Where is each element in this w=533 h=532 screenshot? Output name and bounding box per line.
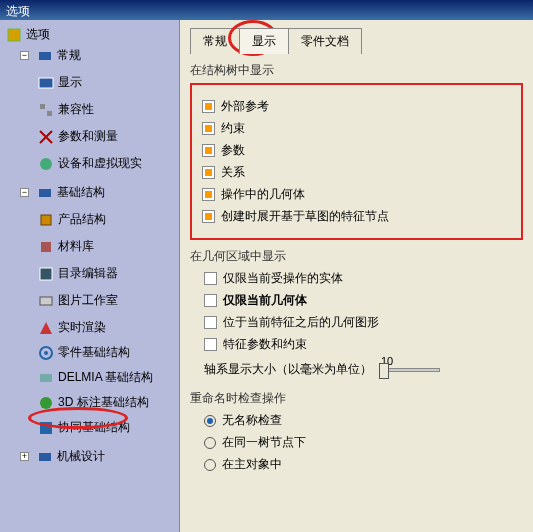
tree-item-collab[interactable]: 协同基础结构 — [2, 417, 177, 438]
tree-label: 目录编辑器 — [58, 265, 118, 282]
tree-label: 设备和虚拟现实 — [58, 155, 142, 172]
tab-general[interactable]: 常规 — [190, 28, 240, 54]
tree-item-catalog[interactable]: 目录编辑器 — [2, 263, 177, 284]
tree-item-compat[interactable]: 兼容性 — [2, 99, 177, 120]
checkbox-icon — [202, 122, 215, 135]
group1-label: 在结构树中显示 — [190, 62, 523, 79]
collab-icon — [38, 420, 54, 436]
axis-size-row: 轴系显示大小（以毫米为单位） 10 — [204, 361, 523, 378]
group2-label: 在几何区域中显示 — [190, 248, 523, 265]
radio-label: 在主对象中 — [222, 456, 282, 473]
svg-rect-16 — [39, 453, 51, 461]
axis-label: 轴系显示大小（以毫米为单位） — [204, 361, 372, 378]
chk-label: 操作中的几何体 — [221, 186, 305, 203]
tree-label: 显示 — [58, 74, 82, 91]
chk-param[interactable]: 参数 — [202, 142, 511, 159]
tree-item-realtime[interactable]: 实时渲染 — [2, 317, 177, 338]
chk-constraint[interactable]: 约束 — [202, 120, 511, 137]
radio-icon — [204, 459, 216, 471]
tree-item-display[interactable]: 显示 — [2, 72, 177, 93]
tree-item-part-infra[interactable]: 零件基础结构 — [2, 342, 177, 363]
checkbox-icon — [204, 316, 217, 329]
expand-icon[interactable]: + — [20, 452, 29, 461]
svg-rect-2 — [39, 78, 53, 88]
checkbox-icon — [202, 188, 215, 201]
content-panel: 常规 显示 零件文档 在结构树中显示 外部参考 约束 参数 关系 操作中的几何体… — [180, 20, 533, 532]
checkbox-icon — [204, 294, 217, 307]
catalog-icon — [38, 266, 54, 282]
tree-infra[interactable]: − 基础结构 — [2, 182, 177, 203]
radio-same-node[interactable]: 在同一树节点下 — [204, 434, 523, 451]
gear-icon — [37, 48, 53, 64]
tree-general[interactable]: − 常规 — [2, 45, 177, 66]
svg-rect-4 — [47, 111, 52, 116]
svg-point-14 — [40, 397, 52, 409]
tree-label: 零件基础结构 — [58, 344, 130, 361]
tree-item-delmia[interactable]: DELMIA 基础结构 — [2, 367, 177, 388]
chk-after-current[interactable]: 位于当前特征之后的几何图形 — [204, 314, 523, 331]
chk-relation[interactable]: 关系 — [202, 164, 511, 181]
group3-box: 无名称检查 在同一树节点下 在主对象中 — [190, 412, 523, 473]
mech-icon — [37, 449, 53, 465]
chk-only-operated[interactable]: 仅限当前受操作的实体 — [204, 270, 523, 287]
svg-rect-13 — [40, 374, 52, 382]
svg-rect-1 — [39, 52, 51, 60]
svg-point-5 — [40, 158, 52, 170]
tree-item-params[interactable]: 参数和测量 — [2, 126, 177, 147]
part-icon — [38, 345, 54, 361]
collapse-icon[interactable]: − — [20, 51, 29, 60]
chk-expand-sketch[interactable]: 创建时展开基于草图的特征节点 — [202, 208, 511, 225]
tree-root[interactable]: 选项 — [2, 24, 177, 45]
svg-rect-9 — [40, 268, 52, 280]
chk-label: 仅限当前几何体 — [223, 292, 307, 309]
collapse-icon[interactable]: − — [20, 188, 29, 197]
realtime-icon — [38, 320, 54, 336]
tab-display[interactable]: 显示 — [239, 28, 289, 54]
chk-only-current-geom[interactable]: 仅限当前几何体 — [204, 292, 523, 309]
checkbox-icon — [202, 166, 215, 179]
product-icon — [38, 212, 54, 228]
svg-rect-0 — [8, 29, 20, 41]
chk-label: 约束 — [221, 120, 245, 137]
tree-item-material[interactable]: 材料库 — [2, 236, 177, 257]
chk-in-work[interactable]: 操作中的几何体 — [202, 186, 511, 203]
chk-external-ref[interactable]: 外部参考 — [202, 98, 511, 115]
chk-label: 特征参数和约束 — [223, 336, 307, 353]
group1-box: 外部参考 约束 参数 关系 操作中的几何体 创建时展开基于草图的特征节点 — [190, 83, 523, 240]
chk-label: 位于当前特征之后的几何图形 — [223, 314, 379, 331]
tree-label: 机械设计 — [57, 448, 105, 465]
tree-label: DELMIA 基础结构 — [58, 369, 153, 386]
checkbox-icon — [204, 272, 217, 285]
slider-thumb[interactable] — [379, 363, 389, 379]
chk-label: 关系 — [221, 164, 245, 181]
tree-item-3d-annot[interactable]: 3D 标注基础结构 — [2, 392, 177, 413]
nav-tree: 选项 − 常规 显示 兼容性 参数和测量 设备和虚拟现实 − 基础结构 产品结构… — [0, 20, 180, 532]
tree-item-photo[interactable]: 图片工作室 — [2, 290, 177, 311]
radio-main-obj[interactable]: 在主对象中 — [204, 456, 523, 473]
tree-item-vr[interactable]: 设备和虚拟现实 — [2, 153, 177, 174]
svg-rect-7 — [41, 215, 51, 225]
radio-label: 在同一树节点下 — [222, 434, 306, 451]
infra-icon — [37, 185, 53, 201]
compat-icon — [38, 102, 54, 118]
tree-item-product[interactable]: 产品结构 — [2, 209, 177, 230]
svg-rect-10 — [40, 297, 52, 305]
tree-label: 3D 标注基础结构 — [58, 394, 149, 411]
svg-point-12 — [44, 351, 48, 355]
radio-label: 无名称检查 — [222, 412, 282, 429]
params-icon — [38, 129, 54, 145]
svg-rect-3 — [40, 104, 45, 109]
material-icon — [38, 239, 54, 255]
group2-box: 仅限当前受操作的实体 仅限当前几何体 位于当前特征之后的几何图形 特征参数和约束 — [190, 270, 523, 353]
tab-part-doc[interactable]: 零件文档 — [288, 28, 362, 54]
tree-mech[interactable]: + 机械设计 — [2, 446, 177, 467]
checkbox-icon — [202, 210, 215, 223]
chk-label: 创建时展开基于草图的特征节点 — [221, 208, 389, 225]
chk-feature-params[interactable]: 特征参数和约束 — [204, 336, 523, 353]
tools-icon — [6, 27, 22, 43]
radio-no-check[interactable]: 无名称检查 — [204, 412, 523, 429]
tree-label: 兼容性 — [58, 101, 94, 118]
svg-rect-8 — [41, 242, 51, 252]
tree-label: 常规 — [57, 47, 81, 64]
axis-slider[interactable]: 10 — [380, 368, 440, 372]
